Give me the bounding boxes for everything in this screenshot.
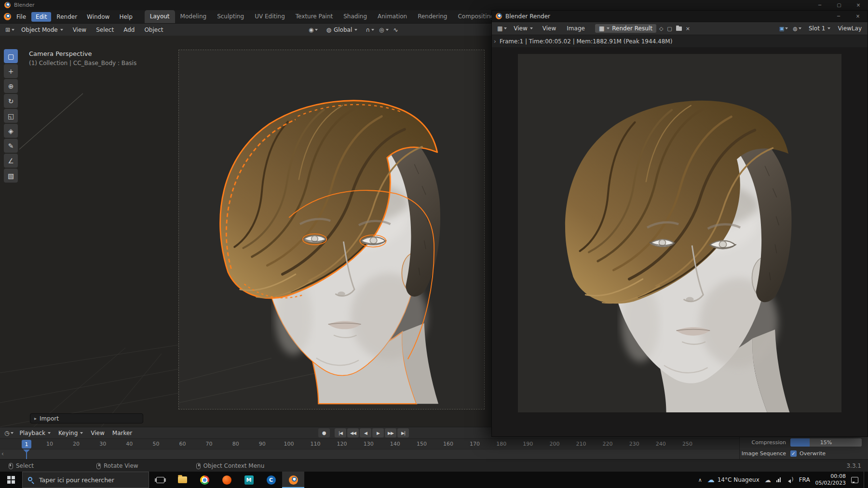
timeline-menu-keying[interactable]: Keying bbox=[55, 429, 86, 437]
timeline-menu-view[interactable]: View bbox=[87, 429, 108, 437]
workspace-tab-rendering[interactable]: Rendering bbox=[412, 10, 452, 23]
tool-select-box[interactable]: ▢ bbox=[4, 49, 18, 63]
display-channels-icon[interactable]: ◍ bbox=[792, 26, 802, 32]
viewport-menu-add[interactable]: Add bbox=[119, 25, 139, 35]
new-image-icon[interactable]: ▢ bbox=[666, 26, 673, 32]
taskbar-app-c-app[interactable]: C bbox=[260, 472, 282, 488]
timeline-ruler[interactable]: 1 10203040506070809010011012013014015016… bbox=[0, 438, 739, 449]
open-image-folder-icon[interactable] bbox=[675, 26, 683, 31]
tool-add-cube[interactable]: ▧ bbox=[4, 169, 18, 183]
menu-window[interactable]: Window bbox=[82, 12, 114, 22]
slot-dropdown[interactable]: Slot 1 bbox=[805, 24, 834, 33]
frame-tick: 10 bbox=[46, 441, 53, 447]
tool-measure[interactable]: ∠ bbox=[4, 154, 18, 168]
timeline-menu-playback[interactable]: Playback bbox=[16, 429, 54, 437]
next-keyframe-button[interactable]: ▶▶ bbox=[385, 428, 396, 437]
tool-rotate[interactable]: ↻ bbox=[4, 94, 18, 108]
workspace-tab-animation[interactable]: Animation bbox=[372, 10, 412, 23]
workspace-tab-modeling[interactable]: Modeling bbox=[175, 10, 212, 23]
blender-logo-icon[interactable] bbox=[4, 13, 11, 20]
task-view-button[interactable] bbox=[149, 472, 171, 488]
tool-cursor[interactable]: + bbox=[4, 64, 18, 78]
play-button[interactable]: ▶ bbox=[372, 428, 384, 437]
menu-view[interactable]: View bbox=[538, 24, 560, 33]
snap-magnet-icon[interactable]: ∩ bbox=[366, 26, 374, 33]
mode-dropdown[interactable]: Object Mode bbox=[18, 26, 67, 34]
editor-type-icon[interactable]: ▦ bbox=[496, 25, 508, 32]
tool-transform[interactable]: ◈ bbox=[4, 124, 18, 138]
show-desktop-strip[interactable] bbox=[864, 472, 866, 488]
jump-start-button[interactable]: |◀ bbox=[335, 428, 346, 437]
search-placeholder: Taper ici pour rechercher bbox=[39, 476, 114, 484]
workspace-tab-shading[interactable]: Shading bbox=[338, 10, 372, 23]
import-operator-panel[interactable]: ▸ Import bbox=[30, 413, 143, 423]
workspace-tab-texture-paint[interactable]: Texture Paint bbox=[290, 10, 338, 23]
falloff-icon[interactable]: ∿ bbox=[393, 26, 398, 33]
timeline-menu-marker[interactable]: Marker bbox=[109, 429, 136, 437]
main-titlebar: Blender ─ ▢ × bbox=[0, 0, 868, 10]
orientation-dropdown[interactable]: ◍ Global bbox=[323, 26, 361, 34]
image-datablock-selector[interactable]: ▦ Render Result bbox=[595, 24, 656, 33]
menu-render[interactable]: Render bbox=[52, 12, 81, 22]
taskbar-app-chrome[interactable] bbox=[193, 472, 216, 488]
workspace-tab-sculpting[interactable]: Sculpting bbox=[212, 10, 249, 23]
render-result-image[interactable] bbox=[518, 54, 841, 412]
view-layer-label[interactable]: ViewLay bbox=[837, 24, 863, 33]
editor-type-icon[interactable]: ⊞ bbox=[4, 26, 16, 33]
viewport-menu-view[interactable]: View bbox=[68, 25, 91, 35]
play-reverse-button[interactable]: ◀ bbox=[360, 428, 371, 437]
compression-slider[interactable]: 15% bbox=[790, 438, 862, 447]
onedrive-cloud-icon[interactable]: ☁ bbox=[765, 476, 771, 484]
unlink-icon[interactable]: × bbox=[685, 26, 691, 32]
taskbar-app-blender[interactable] bbox=[282, 472, 304, 488]
windows-taskbar: Taper ici pour rechercher MC ∧ ☁ 14°C Nu… bbox=[0, 472, 868, 488]
view-mode-dropdown[interactable]: View bbox=[510, 24, 536, 33]
record-button[interactable]: ● bbox=[318, 428, 330, 437]
maximize-button[interactable]: ▢ bbox=[829, 0, 849, 10]
workspace-tab-uv-editing[interactable]: UV Editing bbox=[249, 10, 290, 23]
close-button[interactable]: × bbox=[848, 11, 868, 22]
timeline-editor-icon[interactable]: ◷ bbox=[3, 430, 15, 436]
prev-keyframe-button[interactable]: ◀◀ bbox=[347, 428, 359, 437]
minimize-button[interactable]: ─ bbox=[810, 0, 829, 10]
weather-widget[interactable]: ☁ 14°C Nuageux bbox=[707, 475, 760, 484]
volume-icon[interactable]: ) bbox=[786, 477, 793, 483]
fake-user-shield-icon[interactable]: ◇ bbox=[658, 26, 664, 32]
menu-edit[interactable]: Edit bbox=[31, 12, 51, 22]
menu-help[interactable]: Help bbox=[115, 12, 136, 22]
workspace-tab-layout[interactable]: Layout bbox=[145, 10, 175, 23]
timeline-track[interactable]: ‹ bbox=[0, 449, 739, 459]
frame-tick: 150 bbox=[417, 441, 427, 447]
tool-scale[interactable]: ◱ bbox=[4, 109, 18, 123]
minimize-button[interactable]: ─ bbox=[829, 11, 848, 22]
notification-icon[interactable] bbox=[851, 477, 858, 483]
render-display-icon[interactable]: ▣ bbox=[778, 26, 789, 32]
collapse-arrow-icon[interactable]: › bbox=[494, 38, 496, 45]
transform-pivot-icon[interactable]: ◉ bbox=[309, 26, 318, 33]
language-indicator[interactable]: FRA bbox=[799, 476, 810, 483]
menu-file[interactable]: File bbox=[12, 12, 30, 22]
overwrite-checkbox[interactable]: ✓ bbox=[790, 450, 797, 457]
tool-annotate[interactable]: ✎ bbox=[4, 139, 18, 153]
taskbar-app-file-explorer[interactable] bbox=[171, 472, 193, 488]
taskbar-app-maya[interactable]: M bbox=[238, 472, 260, 488]
frame-tick: 250 bbox=[682, 441, 692, 447]
taskbar-app-orange-browser[interactable] bbox=[216, 472, 238, 488]
blender-icon bbox=[289, 475, 298, 485]
start-button[interactable] bbox=[0, 472, 22, 488]
taskbar-search[interactable]: Taper ici pour rechercher bbox=[22, 472, 149, 488]
clock[interactable]: 00:08 05/02/2023 bbox=[815, 473, 846, 487]
timeline-collapse-icon[interactable]: ‹ bbox=[1, 450, 4, 457]
network-icon[interactable] bbox=[776, 477, 781, 482]
jump-end-button[interactable]: ▶| bbox=[397, 428, 409, 437]
tray-expand-icon[interactable]: ∧ bbox=[698, 477, 702, 483]
tool-move[interactable]: ⊕ bbox=[4, 79, 18, 93]
viewport-menu-select[interactable]: Select bbox=[92, 25, 118, 35]
model-head-viewport[interactable] bbox=[179, 50, 484, 409]
playhead-caret[interactable] bbox=[23, 449, 30, 456]
close-button[interactable]: × bbox=[849, 0, 868, 10]
current-frame-indicator[interactable]: 1 bbox=[22, 440, 31, 448]
proportional-edit-icon[interactable]: ◎ bbox=[379, 26, 388, 33]
menu-image[interactable]: Image bbox=[562, 24, 589, 33]
viewport-menu-object[interactable]: Object bbox=[140, 25, 167, 35]
